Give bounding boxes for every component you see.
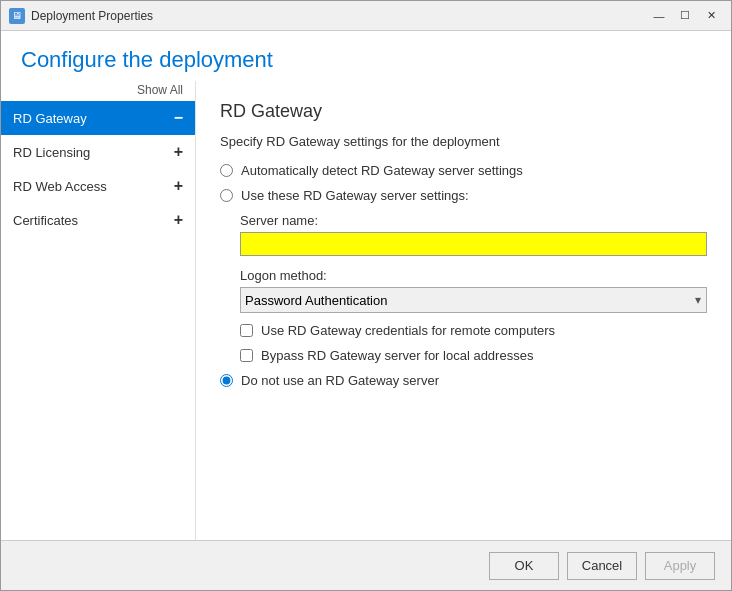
sidebar-item-rd-gateway[interactable]: RD Gateway − [1, 101, 195, 135]
right-panel: RD Gateway Specify RD Gateway settings f… [196, 81, 731, 540]
checkbox-bypass-local-input[interactable] [240, 349, 253, 362]
close-button[interactable]: ✕ [699, 6, 723, 26]
footer: OK Cancel Apply [1, 540, 731, 590]
panel-title: RD Gateway [220, 101, 707, 122]
titlebar: 🖥 Deployment Properties — ☐ ✕ [1, 1, 731, 31]
titlebar-controls: — ☐ ✕ [647, 6, 723, 26]
page-title: Configure the deployment [21, 47, 711, 73]
radio-use-these: Use these RD Gateway server settings: [220, 188, 707, 203]
minimize-button[interactable]: — [647, 6, 671, 26]
checkbox-use-credentials: Use RD Gateway credentials for remote co… [240, 323, 707, 338]
radio-do-not-use: Do not use an RD Gateway server [220, 373, 707, 388]
header: Configure the deployment [1, 31, 731, 81]
window: 🖥 Deployment Properties — ☐ ✕ Configure … [0, 0, 732, 591]
checkbox-bypass-local-label[interactable]: Bypass RD Gateway server for local addre… [261, 348, 533, 363]
sidebar-item-certificates[interactable]: Certificates + [1, 203, 195, 237]
main-body: Show All RD Gateway − RD Licensing + RD … [1, 81, 731, 540]
sidebar-item-rd-licensing[interactable]: RD Licensing + [1, 135, 195, 169]
checkbox-bypass-local: Bypass RD Gateway server for local addre… [240, 348, 707, 363]
maximize-button[interactable]: ☐ [673, 6, 697, 26]
sidebar-item-rd-licensing-icon: + [174, 143, 183, 161]
apply-button[interactable]: Apply [645, 552, 715, 580]
checkbox-use-credentials-input[interactable] [240, 324, 253, 337]
sidebar-item-rd-licensing-label: RD Licensing [13, 145, 90, 160]
content-area: Configure the deployment Show All RD Gat… [1, 31, 731, 590]
app-icon: 🖥 [9, 8, 25, 24]
logon-method-label: Logon method: [240, 268, 707, 283]
cancel-button[interactable]: Cancel [567, 552, 637, 580]
radio-do-not-use-label[interactable]: Do not use an RD Gateway server [241, 373, 439, 388]
ok-button[interactable]: OK [489, 552, 559, 580]
checkbox-use-credentials-label[interactable]: Use RD Gateway credentials for remote co… [261, 323, 555, 338]
radio-auto-detect-input[interactable] [220, 164, 233, 177]
sidebar-item-rd-web-access-icon: + [174, 177, 183, 195]
sidebar-item-rd-web-access-label: RD Web Access [13, 179, 107, 194]
window-title: Deployment Properties [31, 9, 153, 23]
sidebar-item-rd-gateway-label: RD Gateway [13, 111, 87, 126]
radio-use-these-input[interactable] [220, 189, 233, 202]
logon-method-select[interactable]: Password Authentication Smartcard Allow … [240, 287, 707, 313]
radio-use-these-label[interactable]: Use these RD Gateway server settings: [241, 188, 469, 203]
show-all-label: Show All [1, 81, 195, 101]
logon-method-select-wrapper: Password Authentication Smartcard Allow … [240, 287, 707, 313]
radio-auto-detect: Automatically detect RD Gateway server s… [220, 163, 707, 178]
indented-section: Server name: Logon method: Password Auth… [240, 213, 707, 363]
sidebar: Show All RD Gateway − RD Licensing + RD … [1, 81, 196, 540]
titlebar-left: 🖥 Deployment Properties [9, 8, 153, 24]
radio-do-not-use-input[interactable] [220, 374, 233, 387]
sidebar-item-certificates-label: Certificates [13, 213, 78, 228]
server-name-label: Server name: [240, 213, 707, 228]
radio-auto-detect-label[interactable]: Automatically detect RD Gateway server s… [241, 163, 523, 178]
panel-subtitle: Specify RD Gateway settings for the depl… [220, 134, 707, 149]
sidebar-item-rd-web-access[interactable]: RD Web Access + [1, 169, 195, 203]
server-name-input[interactable] [240, 232, 707, 256]
sidebar-item-certificates-icon: + [174, 211, 183, 229]
sidebar-item-rd-gateway-icon: − [174, 109, 183, 127]
